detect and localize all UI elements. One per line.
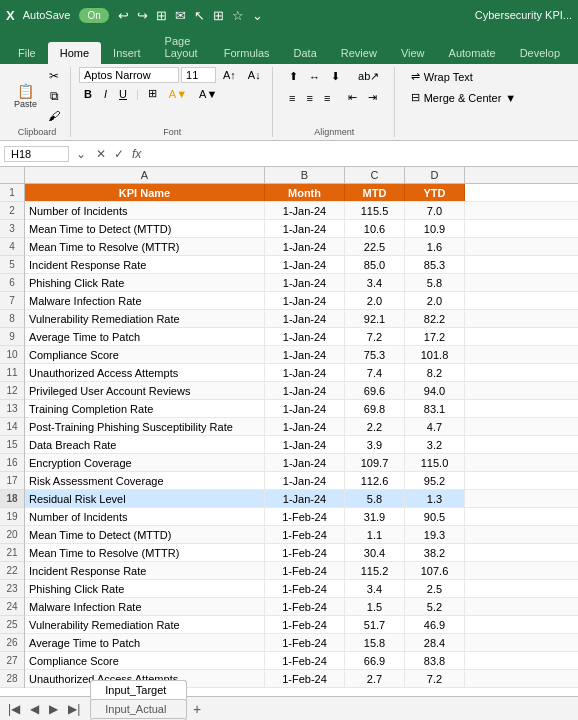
table-row[interactable]: Residual Risk Level1-Jan-245.81.3	[25, 490, 578, 508]
cell-c-5[interactable]: 85.0	[345, 256, 405, 273]
table-row[interactable]: Malware Infection Rate1-Feb-241.55.2	[25, 598, 578, 616]
align-left-button[interactable]: ≡	[284, 88, 300, 107]
table-row[interactable]: Compliance Score1-Feb-2466.983.8	[25, 652, 578, 670]
cell-c-8[interactable]: 92.1	[345, 310, 405, 327]
row-num-16[interactable]: 16	[0, 454, 24, 472]
insert-function-icon[interactable]: fx	[129, 146, 144, 162]
undo-icon[interactable]: ↩	[118, 8, 129, 23]
cell-b-18[interactable]: 1-Jan-24	[265, 490, 345, 507]
merge-center-button[interactable]: ⊟ Merge & Center ▼	[403, 88, 525, 107]
borders-button[interactable]: ⊞	[143, 85, 162, 102]
cell-d-19[interactable]: 90.5	[405, 508, 465, 525]
cell-a-23[interactable]: Phishing Click Rate	[25, 580, 265, 597]
cell-b-28[interactable]: 1-Feb-24	[265, 670, 345, 687]
cell-a-13[interactable]: Training Completion Rate	[25, 400, 265, 417]
more-icon[interactable]: ⌄	[252, 8, 263, 23]
table-row[interactable]: Malware Infection Rate1-Jan-242.02.0	[25, 292, 578, 310]
cell-a-27[interactable]: Compliance Score	[25, 652, 265, 669]
cell-c-19[interactable]: 31.9	[345, 508, 405, 525]
cell-d-26[interactable]: 28.4	[405, 634, 465, 651]
cell-d-5[interactable]: 85.3	[405, 256, 465, 273]
bold-button[interactable]: B	[79, 86, 97, 102]
first-sheet-button[interactable]: |◀	[4, 700, 24, 718]
col-header-a[interactable]: A	[25, 167, 265, 183]
format-painter-button[interactable]: 🖌	[44, 107, 64, 125]
table-row[interactable]: Mean Time to Resolve (MTTR)1-Jan-2422.51…	[25, 238, 578, 256]
align-bottom-button[interactable]: ⬇	[326, 67, 345, 86]
row-num-10[interactable]: 10	[0, 346, 24, 364]
col-c-header[interactable]: MTD	[345, 184, 405, 201]
cell-b-22[interactable]: 1-Feb-24	[265, 562, 345, 579]
table-row[interactable]: Incident Response Rate1-Jan-2485.085.3	[25, 256, 578, 274]
cell-b-15[interactable]: 1-Jan-24	[265, 436, 345, 453]
cell-c-16[interactable]: 109.7	[345, 454, 405, 471]
cell-b-10[interactable]: 1-Jan-24	[265, 346, 345, 363]
col-header-d[interactable]: D	[405, 167, 465, 183]
add-sheet-button[interactable]: +	[187, 699, 207, 719]
align-top-button[interactable]: ⬆	[284, 67, 303, 86]
row-num-11[interactable]: 11	[0, 364, 24, 382]
row-num-13[interactable]: 13	[0, 400, 24, 418]
row-num-8[interactable]: 8	[0, 310, 24, 328]
cell-c-4[interactable]: 22.5	[345, 238, 405, 255]
cell-b-23[interactable]: 1-Feb-24	[265, 580, 345, 597]
prev-sheet-button[interactable]: ◀	[26, 700, 43, 718]
cell-d-6[interactable]: 5.8	[405, 274, 465, 291]
row-num-7[interactable]: 7	[0, 292, 24, 310]
cell-d-21[interactable]: 38.2	[405, 544, 465, 561]
cell-b-2[interactable]: 1-Jan-24	[265, 202, 345, 219]
cell-a-15[interactable]: Data Breach Rate	[25, 436, 265, 453]
table-row[interactable]: Compliance Score1-Jan-2475.3101.8	[25, 346, 578, 364]
font-name-input[interactable]	[79, 67, 179, 83]
cell-c-17[interactable]: 112.6	[345, 472, 405, 489]
cell-c-27[interactable]: 66.9	[345, 652, 405, 669]
cell-c-28[interactable]: 2.7	[345, 670, 405, 687]
cell-c-10[interactable]: 75.3	[345, 346, 405, 363]
cell-b-4[interactable]: 1-Jan-24	[265, 238, 345, 255]
cell-b-8[interactable]: 1-Jan-24	[265, 310, 345, 327]
cell-d-11[interactable]: 8.2	[405, 364, 465, 381]
cell-d-28[interactable]: 7.2	[405, 670, 465, 687]
cell-a-3[interactable]: Mean Time to Detect (MTTD)	[25, 220, 265, 237]
autosave-toggle[interactable]: On	[78, 7, 109, 24]
cell-a-14[interactable]: Post-Training Phishing Susceptibility Ra…	[25, 418, 265, 435]
row-num-24[interactable]: 24	[0, 598, 24, 616]
cell-b-26[interactable]: 1-Feb-24	[265, 634, 345, 651]
cell-c-24[interactable]: 1.5	[345, 598, 405, 615]
tab-home[interactable]: Home	[48, 42, 101, 64]
cell-a-25[interactable]: Vulnerability Remediation Rate	[25, 616, 265, 633]
cell-a-8[interactable]: Vulnerability Remediation Rate	[25, 310, 265, 327]
mail-icon[interactable]: ✉	[175, 8, 186, 23]
table-row[interactable]: Post-Training Phishing Susceptibility Ra…	[25, 418, 578, 436]
last-sheet-button[interactable]: ▶|	[64, 700, 84, 718]
table-row[interactable]: Unauthorized Access Attempts1-Jan-247.48…	[25, 364, 578, 382]
cell-a-16[interactable]: Encryption Coverage	[25, 454, 265, 471]
table-row[interactable]: Training Completion Rate1-Jan-2469.883.1	[25, 400, 578, 418]
cell-a-6[interactable]: Phishing Click Rate	[25, 274, 265, 291]
table-row[interactable]: KPI NameMonthMTDYTD	[25, 184, 578, 202]
row-num-2[interactable]: 2	[0, 202, 24, 220]
decrease-font-button[interactable]: A↓	[243, 67, 266, 83]
cell-d-8[interactable]: 82.2	[405, 310, 465, 327]
cell-b-3[interactable]: 1-Jan-24	[265, 220, 345, 237]
row-num-14[interactable]: 14	[0, 418, 24, 436]
cell-a-2[interactable]: Number of Incidents	[25, 202, 265, 219]
copy-button[interactable]: ⧉	[44, 87, 64, 105]
tab-develop[interactable]: Develop	[508, 42, 572, 64]
cell-c-7[interactable]: 2.0	[345, 292, 405, 309]
tab-formulas[interactable]: Formulas	[212, 42, 282, 64]
tab-review[interactable]: Review	[329, 42, 389, 64]
tab-page-layout[interactable]: Page Layout	[153, 30, 212, 64]
cell-c-26[interactable]: 15.8	[345, 634, 405, 651]
tab-file[interactable]: File	[6, 42, 48, 64]
table-row[interactable]: Number of Incidents1-Feb-2431.990.5	[25, 508, 578, 526]
cell-b-9[interactable]: 1-Jan-24	[265, 328, 345, 345]
row-num-25[interactable]: 25	[0, 616, 24, 634]
table-row[interactable]: Privileged User Account Reviews1-Jan-246…	[25, 382, 578, 400]
row-num-28[interactable]: 28	[0, 670, 24, 688]
cell-a-11[interactable]: Unauthorized Access Attempts	[25, 364, 265, 381]
table-row[interactable]: Phishing Click Rate1-Jan-243.45.8	[25, 274, 578, 292]
paste-button[interactable]: 📋 Paste	[10, 81, 41, 111]
cell-d-23[interactable]: 2.5	[405, 580, 465, 597]
cell-a-4[interactable]: Mean Time to Resolve (MTTR)	[25, 238, 265, 255]
